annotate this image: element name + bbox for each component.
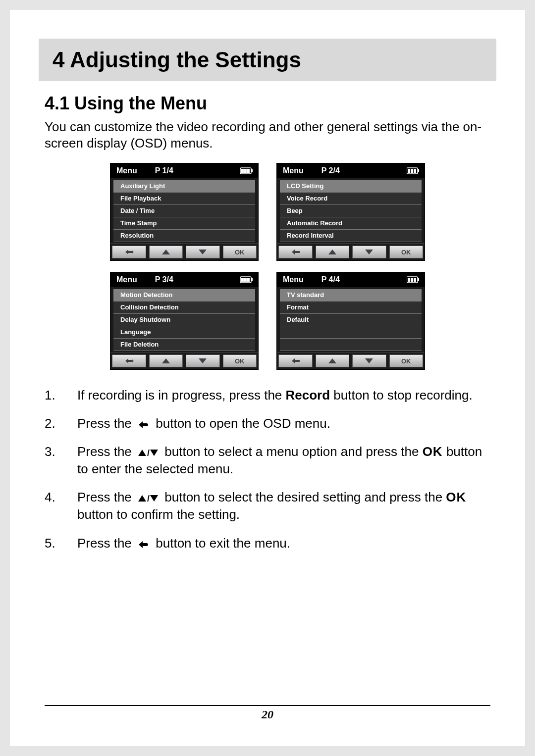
back-arrow-icon bbox=[124, 249, 134, 255]
svg-marker-20 bbox=[199, 358, 207, 363]
svg-marker-5 bbox=[162, 250, 170, 254]
battery-icon bbox=[240, 167, 253, 174]
step-text: Press the / button to select the desired… bbox=[77, 489, 490, 523]
svg-rect-1 bbox=[251, 169, 253, 172]
osd-row-1: Menu P 1/4 Auxiliary Light File Playback… bbox=[110, 163, 425, 261]
intro-paragraph: You can customize the video recording an… bbox=[45, 119, 490, 151]
osd-back-button[interactable] bbox=[278, 354, 313, 367]
osd-footer: OK bbox=[110, 243, 258, 260]
osd-item-voice-record[interactable]: Voice Record bbox=[280, 193, 422, 205]
step-number: 2. bbox=[45, 415, 64, 432]
step-3: 3. Press the / button to select a menu o… bbox=[45, 443, 490, 478]
osd-item-tv-standard[interactable]: TV standard bbox=[280, 289, 422, 302]
osd-item-blank bbox=[280, 326, 422, 339]
step-text: If recording is in progress, press the R… bbox=[77, 387, 473, 404]
svg-rect-2 bbox=[241, 169, 244, 173]
svg-rect-3 bbox=[244, 169, 247, 173]
osd-ok-button[interactable]: OK bbox=[389, 354, 424, 367]
step-2: 2. Press the button to open the OSD menu… bbox=[45, 415, 490, 432]
svg-marker-30 bbox=[150, 450, 158, 456]
svg-text:/: / bbox=[147, 449, 150, 457]
step-text: Press the button to exit the menu. bbox=[77, 535, 290, 552]
osd-item-language[interactable]: Language bbox=[113, 326, 255, 339]
osd-item-file-deletion[interactable]: File Deletion bbox=[113, 339, 255, 351]
osd-item-date-time[interactable]: Date / Time bbox=[113, 205, 255, 217]
svg-marker-27 bbox=[365, 358, 373, 363]
svg-rect-22 bbox=[418, 278, 419, 281]
osd-item-format[interactable]: Format bbox=[280, 302, 422, 314]
osd-item-default[interactable]: Default bbox=[280, 314, 422, 326]
ok-icon: OK bbox=[446, 490, 466, 504]
osd-item-blank bbox=[280, 339, 422, 351]
svg-marker-28 bbox=[138, 450, 146, 456]
svg-marker-6 bbox=[199, 250, 207, 254]
osd-down-button[interactable] bbox=[352, 246, 386, 258]
svg-marker-33 bbox=[150, 495, 158, 502]
triangle-down-icon bbox=[198, 249, 207, 255]
svg-rect-10 bbox=[411, 169, 413, 173]
osd-ok-button[interactable]: OK bbox=[223, 354, 257, 367]
svg-rect-4 bbox=[247, 169, 250, 173]
back-arrow-icon bbox=[137, 420, 150, 429]
chapter-heading-bar: 4 Adjusting the Settings bbox=[39, 39, 496, 81]
osd-up-button[interactable] bbox=[149, 354, 183, 367]
osd-page-indicator: P 3/4 bbox=[155, 275, 173, 284]
osd-footer: OK bbox=[277, 243, 425, 260]
osd-page-indicator: P 4/4 bbox=[321, 275, 340, 284]
instruction-steps: 1. If recording is in progress, press th… bbox=[45, 387, 490, 552]
triangle-up-icon bbox=[328, 249, 337, 255]
osd-ok-button[interactable]: OK bbox=[389, 246, 424, 258]
svg-marker-31 bbox=[138, 495, 146, 502]
svg-rect-15 bbox=[251, 278, 253, 281]
svg-rect-23 bbox=[408, 278, 410, 282]
osd-item-automatic-record[interactable]: Automatic Record bbox=[280, 217, 422, 230]
osd-menu-p4: Menu P 4/4 TV standard Format Default bbox=[276, 272, 425, 370]
osd-back-button[interactable] bbox=[278, 246, 313, 258]
osd-up-button[interactable] bbox=[149, 246, 183, 258]
ok-label: OK bbox=[235, 249, 245, 256]
osd-item-beep[interactable]: Beep bbox=[280, 205, 422, 217]
osd-row-2: Menu P 3/4 Motion Detection Collision De… bbox=[110, 272, 425, 370]
step-5: 5. Press the button to exit the menu. bbox=[45, 535, 490, 552]
svg-marker-12 bbox=[328, 250, 336, 254]
svg-rect-9 bbox=[408, 169, 410, 173]
osd-ok-button[interactable]: OK bbox=[223, 246, 257, 258]
svg-text:/: / bbox=[147, 494, 150, 503]
osd-down-button[interactable] bbox=[186, 246, 220, 258]
osd-back-button[interactable] bbox=[112, 246, 146, 258]
osd-menu-label: Menu bbox=[116, 166, 137, 175]
osd-menu-label: Menu bbox=[116, 275, 137, 284]
ok-icon: OK bbox=[423, 444, 443, 459]
osd-up-button[interactable] bbox=[316, 354, 350, 367]
section-title: 4.1 Using the Menu bbox=[45, 93, 490, 114]
osd-menu-p3: Menu P 3/4 Motion Detection Collision De… bbox=[110, 272, 259, 370]
osd-item-lcd-setting[interactable]: LCD Setting bbox=[280, 180, 422, 193]
osd-down-button[interactable] bbox=[186, 354, 220, 367]
osd-list: Motion Detection Collision Detection Del… bbox=[110, 287, 258, 352]
osd-item-collision-detection[interactable]: Collision Detection bbox=[113, 302, 255, 314]
osd-item-resolution[interactable]: Resolution bbox=[113, 230, 255, 242]
osd-item-motion-detection[interactable]: Motion Detection bbox=[113, 289, 255, 302]
ok-label: OK bbox=[401, 249, 411, 256]
osd-item-auxiliary-light[interactable]: Auxiliary Light bbox=[113, 180, 255, 193]
step-text: Press the button to open the OSD menu. bbox=[77, 415, 330, 432]
osd-menu-label: Menu bbox=[283, 275, 304, 284]
osd-up-button[interactable] bbox=[316, 246, 350, 258]
footer-rule bbox=[45, 705, 490, 706]
svg-rect-24 bbox=[411, 278, 413, 282]
osd-header: Menu P 4/4 bbox=[277, 272, 425, 287]
osd-item-delay-shutdown[interactable]: Delay Shutdown bbox=[113, 314, 255, 326]
step-1: 1. If recording is in progress, press th… bbox=[45, 387, 490, 404]
battery-icon bbox=[240, 276, 253, 283]
triangle-down-icon bbox=[365, 358, 374, 364]
osd-back-button[interactable] bbox=[112, 354, 146, 367]
osd-item-file-playback[interactable]: File Playback bbox=[113, 193, 255, 205]
svg-marker-13 bbox=[365, 250, 373, 254]
battery-icon bbox=[407, 276, 420, 283]
osd-down-button[interactable] bbox=[352, 354, 386, 367]
osd-item-record-interval[interactable]: Record Interval bbox=[280, 230, 422, 242]
step-text: Press the / button to select a menu opti… bbox=[77, 443, 490, 478]
osd-item-time-stamp[interactable]: Time Stamp bbox=[113, 217, 255, 230]
record-label: Record bbox=[286, 388, 330, 403]
svg-rect-8 bbox=[418, 169, 419, 172]
